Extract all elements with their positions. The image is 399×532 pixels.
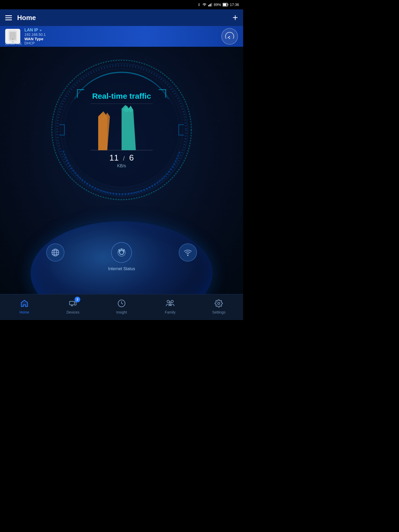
svg-point-11: [229, 38, 230, 39]
home-label: Home: [19, 310, 29, 314]
devices-badge: 3: [75, 297, 80, 302]
nav-item-family[interactable]: Family: [146, 298, 195, 316]
wan-type-value: DHCP: [24, 41, 221, 45]
svg-marker-21: [122, 105, 136, 150]
globe-icon: [51, 248, 59, 257]
svg-marker-20: [98, 113, 110, 150]
wifi-icon: [184, 248, 192, 257]
settings-label: Settings: [212, 310, 225, 314]
svg-point-36: [169, 302, 171, 303]
bottom-nav: Home 3 Devices Insight: [0, 294, 243, 320]
signal-icon: [208, 3, 212, 7]
router-icon: [7, 30, 18, 43]
svg-point-35: [171, 300, 173, 302]
svg-point-9: [12, 39, 13, 40]
nav-item-devices[interactable]: 3 Devices: [49, 298, 97, 316]
internet-status-label: Internet Status: [108, 267, 135, 271]
insight-label: Insight: [116, 310, 127, 314]
router-info: LAN IP » 192.168.50.1 WAN Type DHCP: [24, 28, 221, 45]
settings-nav-icon: [214, 298, 224, 309]
router-name: ZenWiFi AX: [5, 42, 22, 46]
bluetooth-icon: [197, 3, 201, 7]
top-nav: Home +: [0, 9, 243, 26]
traffic-content: Real-time traffic: [77, 92, 166, 168]
traffic-title: Real-time traffic: [77, 92, 166, 101]
svg-rect-31: [69, 301, 74, 305]
traffic-unit: KB/s: [77, 164, 166, 168]
svg-point-30: [188, 255, 188, 256]
speedometer-icon: [224, 31, 235, 42]
family-nav-icon: [165, 298, 175, 309]
internet-icon-button[interactable]: [46, 243, 64, 262]
insight-nav-icon: [116, 298, 127, 309]
battery-text: 89%: [214, 3, 221, 7]
time-text: 17:36: [230, 3, 239, 7]
svg-rect-6: [228, 4, 228, 5]
svg-rect-5: [223, 4, 226, 6]
page-title: Home: [17, 14, 36, 22]
download-value: 6: [129, 153, 134, 162]
svg-rect-0: [208, 5, 209, 6]
nav-item-insight[interactable]: Insight: [97, 298, 146, 316]
router-center-button[interactable]: [111, 242, 132, 263]
wifi-status-icon: [202, 3, 207, 7]
status-icons: 89% 17:36: [197, 3, 239, 7]
wan-type-label: WAN Type: [24, 37, 221, 41]
svg-rect-8: [10, 32, 16, 40]
router-banner[interactable]: LAN IP » 192.168.50.1 WAN Type DHCP ZenW…: [0, 26, 243, 47]
insight-icon: [117, 299, 126, 308]
settings-icon: [215, 299, 223, 308]
nav-item-settings[interactable]: Settings: [195, 298, 243, 316]
speedometer-button[interactable]: [221, 28, 238, 45]
home-nav-icon: [19, 298, 30, 309]
family-icon: [165, 299, 175, 308]
chart-area: [90, 104, 153, 150]
router-image: [5, 29, 20, 44]
battery-icon: [223, 3, 228, 6]
svg-point-37: [218, 302, 220, 304]
devices-nav-icon: 3: [68, 298, 78, 309]
main-content: Real-time traffic: [0, 47, 243, 294]
value-separator: /: [123, 155, 125, 162]
top-nav-left: Home: [5, 14, 36, 22]
svg-rect-2: [210, 4, 211, 6]
nav-item-home[interactable]: Home: [0, 298, 49, 316]
home-icon: [20, 299, 29, 308]
devices-label: Devices: [66, 310, 79, 314]
lan-ip-label: LAN IP »: [24, 28, 221, 32]
traffic-values: 11 / 6: [77, 153, 166, 163]
upload-value: 11: [109, 153, 119, 162]
hamburger-button[interactable]: [5, 15, 12, 20]
gauge-container: Real-time traffic: [44, 52, 200, 208]
router-center-icon: [117, 248, 127, 257]
lan-ip-value: 192.168.50.1: [24, 32, 221, 37]
bottom-icons: [0, 242, 243, 263]
status-bar: 89% 17:36: [0, 0, 243, 9]
add-button[interactable]: +: [232, 12, 238, 23]
svg-rect-3: [211, 3, 212, 6]
traffic-chart: [90, 104, 153, 150]
wifi-icon-button[interactable]: [179, 243, 197, 262]
svg-rect-1: [209, 4, 210, 6]
svg-point-34: [167, 300, 169, 302]
family-label: Family: [165, 310, 176, 314]
